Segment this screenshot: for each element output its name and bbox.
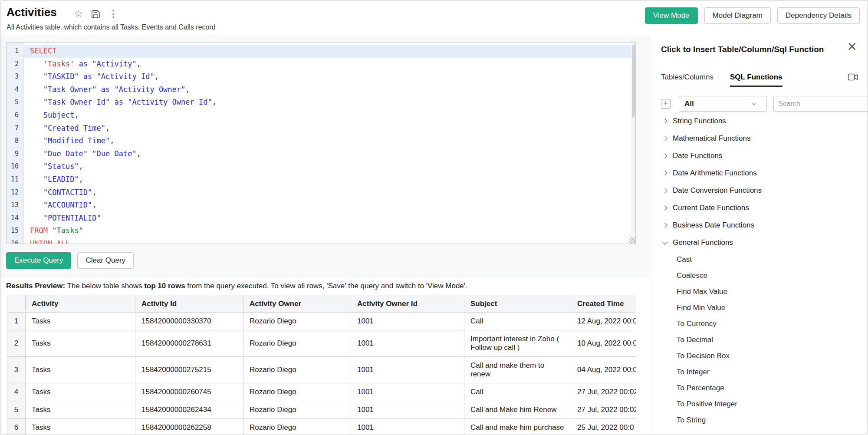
code-line[interactable]: 11 "LEADID",	[7, 173, 635, 186]
clear-query-button[interactable]: Clear Query	[77, 252, 134, 269]
table-cell: 15842000000278631	[135, 330, 243, 357]
code-text: "Task Owner" as "Activity Owner",	[24, 83, 635, 96]
function-category[interactable]: Date Conversion Functions	[650, 182, 868, 199]
table-cell: Rozario Diego	[243, 357, 351, 383]
table-cell: 1001	[351, 313, 464, 330]
column-header: Activity Owner Id	[351, 295, 464, 313]
table-cell: Call	[464, 313, 571, 330]
tab-sql-functions[interactable]: SQL Functions	[730, 69, 783, 87]
line-number: 11	[7, 173, 24, 186]
code-text: "ACCOUNTID",	[24, 199, 635, 212]
code-text: "Due Date" "Due Date",	[24, 148, 635, 161]
line-number: 8	[7, 135, 24, 148]
code-line[interactable]: 9 "Due Date" "Due Date",	[7, 148, 635, 161]
expand-all-icon[interactable]: +	[661, 99, 671, 109]
function-item[interactable]: To Decimal	[650, 332, 868, 348]
resize-grip-icon[interactable]	[629, 237, 635, 244]
results-preview-title: Results Preview:	[6, 282, 65, 290]
code-text: UNION ALL	[24, 237, 635, 244]
code-line[interactable]: 6 Subject,	[7, 109, 635, 122]
table-cell: Rozario Diego	[243, 330, 351, 357]
code-line[interactable]: 7 "Created Time",	[7, 122, 635, 135]
table-cell: Rozario Diego	[243, 401, 351, 419]
code-line[interactable]: 2 'Tasks' as "Activity",	[7, 58, 635, 71]
category-label: Current Date Functions	[673, 204, 749, 212]
function-item[interactable]: Coalesce	[650, 267, 868, 283]
execute-query-button[interactable]: Execute Query	[6, 252, 71, 269]
row-number-cell: 1	[7, 313, 26, 330]
kebab-menu-icon[interactable]: ⋮	[108, 9, 118, 19]
function-item[interactable]: To String	[650, 412, 868, 428]
results-header-row: ActivityActivity IdActivity OwnerActivit…	[7, 295, 636, 313]
table-cell: Tasks	[26, 383, 135, 401]
function-category[interactable]: Mathematical Functions	[650, 130, 868, 147]
code-line[interactable]: 14 "POTENTIALID"	[7, 212, 635, 225]
function-item[interactable]: Cast	[650, 251, 868, 267]
table-cell: 1001	[351, 419, 464, 435]
line-number: 1	[7, 45, 24, 58]
function-category[interactable]: Business Date Functions	[650, 217, 868, 234]
search-input[interactable]	[778, 100, 868, 108]
function-item[interactable]: To Integer	[650, 364, 868, 380]
function-item[interactable]: To Positive Integer	[650, 396, 868, 412]
close-icon[interactable]: ×	[847, 40, 857, 53]
line-number: 5	[7, 96, 24, 109]
code-line[interactable]: 1SELECT	[7, 45, 635, 58]
row-number-cell: 3	[7, 357, 26, 383]
category-label: Mathematical Functions	[673, 134, 751, 143]
dependency-details-button[interactable]: Dependency Details	[777, 7, 860, 24]
table-row: 5Tasks15842000000262434Rozario Diego1001…	[7, 401, 636, 419]
function-category[interactable]: General Functions	[650, 234, 868, 251]
star-favorite-icon[interactable]: ☆	[74, 9, 83, 19]
results-table-container: ActivityActivity IdActivity OwnerActivit…	[7, 295, 636, 435]
save-icon[interactable]	[92, 10, 100, 18]
code-line[interactable]: 15FROM "Tasks"	[7, 224, 635, 237]
code-line[interactable]: 5 "Task Owner Id" as "Activity Owner Id"…	[7, 96, 635, 109]
category-label: General Functions	[673, 238, 733, 247]
table-row: 4Tasks15842000000260745Rozario Diego1001…	[7, 383, 636, 401]
function-category[interactable]: Date Functions	[650, 147, 868, 165]
function-item[interactable]: Find Min Value	[650, 300, 868, 316]
table-cell: Important interest in Zoho ( Follow up c…	[464, 330, 571, 357]
search-box[interactable]	[773, 96, 868, 112]
function-item[interactable]: To Decision Box	[650, 348, 868, 364]
line-number: 3	[7, 70, 24, 83]
function-category[interactable]: Current Date Functions	[650, 199, 868, 217]
video-tutorial-icon[interactable]	[848, 73, 858, 82]
model-diagram-button[interactable]: Model Diagram	[704, 7, 771, 24]
view-mode-button[interactable]: View Mode	[645, 7, 698, 24]
table-cell: Tasks	[26, 401, 135, 419]
category-filter-dropdown[interactable]: All	[679, 96, 767, 112]
code-text: "POTENTIALID"	[24, 212, 635, 225]
function-category[interactable]: Date Arithmetic Functions	[650, 165, 868, 182]
page-title: Activities	[7, 6, 57, 19]
table-cell: 27 Jul, 2022 00:02	[571, 401, 636, 419]
code-text: "Status",	[24, 160, 635, 173]
line-number: 9	[7, 148, 24, 161]
function-item[interactable]: Find Max Value	[650, 283, 868, 300]
code-line[interactable]: 13 "ACCOUNTID",	[7, 199, 635, 212]
code-line[interactable]: 8 "Modified Time",	[7, 135, 635, 148]
code-line[interactable]: 10 "Status",	[7, 160, 635, 173]
results-body: 1Tasks15842000000330370Rozario Diego1001…	[7, 313, 636, 435]
table-row: 1Tasks15842000000330370Rozario Diego1001…	[7, 313, 636, 330]
line-number: 12	[7, 186, 24, 199]
editor-scrollbar[interactable]	[631, 43, 635, 243]
results-preview-label: Results Preview: The below table shows t…	[6, 282, 467, 290]
code-line[interactable]: 16UNION ALL	[7, 237, 635, 244]
code-line[interactable]: 4 "Task Owner" as "Activity Owner",	[7, 83, 635, 96]
code-line[interactable]: 3 "TASKID" as "Activity Id",	[7, 70, 635, 83]
code-line[interactable]: 12 "CONTACTID",	[7, 186, 635, 199]
function-category[interactable]: String Functions	[650, 112, 868, 130]
category-label: Date Arithmetic Functions	[673, 169, 757, 178]
function-item[interactable]: To Percentage	[650, 380, 868, 396]
function-item[interactable]: To Currency	[650, 316, 868, 332]
table-cell: Call and Make him Renew	[464, 401, 571, 419]
table-cell: Call and make him purchase	[464, 419, 571, 435]
row-number-cell: 2	[7, 330, 26, 357]
tab-tables-columns[interactable]: Tables/Columns	[661, 69, 713, 87]
table-cell: Call and make them to renew	[464, 357, 571, 383]
editor-scrollbar-thumb[interactable]	[632, 45, 635, 118]
sql-editor[interactable]: 1SELECT2 'Tasks' as "Activity",3 "TASKID…	[6, 42, 636, 244]
dropdown-value: All	[684, 99, 694, 108]
